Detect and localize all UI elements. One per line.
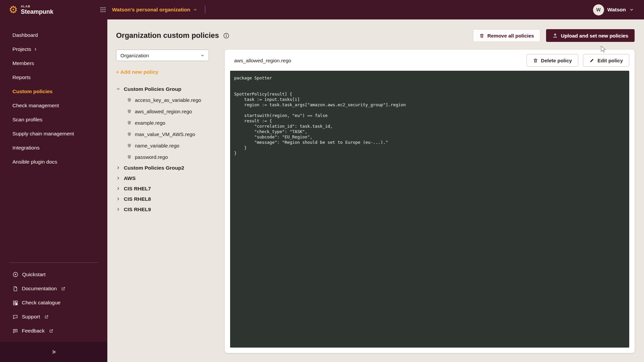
sidebar-item-supply-chain[interactable]: Supply chain management: [0, 127, 107, 141]
collapse-sidebar-icon: [51, 349, 57, 355]
app-root: ⚙ XLAB Steampunk Watson's personal organ…: [0, 0, 644, 362]
sidebar-item-label: Members: [12, 60, 34, 66]
sidebar: Dashboard Projects Members Reports Custo…: [0, 19, 107, 362]
topbar-divider: [205, 6, 205, 14]
tree-group-custom-policies-group2[interactable]: Custom Policies Group2: [116, 163, 217, 173]
policy-code-viewer[interactable]: package Spotter SpotterPolicy[result] { …: [230, 71, 629, 348]
shield-icon: [127, 155, 132, 160]
sidebar-item-integrations[interactable]: Integrations: [0, 141, 107, 155]
sidebar-item-ansible-plugin-docs[interactable]: Ansible plugin docs: [0, 155, 107, 169]
document-icon: [12, 286, 18, 292]
tree-group-label: AWS: [124, 175, 136, 181]
brand-logo[interactable]: ⚙ XLAB Steampunk: [0, 5, 99, 15]
tree-item-policy[interactable]: name_variable.rego: [116, 140, 217, 151]
tree-item-policy[interactable]: max_value_VM_AWS.rego: [116, 128, 217, 140]
tree-item-policy[interactable]: aws_allowed_region.rego: [116, 106, 217, 117]
page-title: Organization custom policies: [116, 31, 219, 40]
delete-policy-button[interactable]: Delete policy: [527, 54, 579, 67]
tree-group-custom-policies-group[interactable]: Custom Policies Group: [116, 84, 217, 94]
avatar: W: [593, 4, 604, 15]
chevron-right-icon: [116, 176, 120, 180]
sidebar-item-members[interactable]: Members: [0, 56, 107, 70]
sidebar-item-check-management[interactable]: Check management: [0, 99, 107, 113]
edit-policy-button[interactable]: Edit policy: [583, 54, 629, 67]
sidebar-item-label: Dashboard: [12, 32, 38, 38]
shield-icon: [127, 120, 132, 125]
sidebar-item-custom-policies[interactable]: Custom policies: [0, 84, 107, 99]
chevron-down-icon: [116, 87, 120, 91]
sidebar-item-projects[interactable]: Projects: [0, 42, 107, 56]
content-row: Organization + Add new policy Custom Pol…: [116, 50, 635, 353]
org-selector[interactable]: Watson's personal organization: [112, 7, 198, 13]
chevron-right-icon: [116, 166, 120, 170]
shield-icon: [127, 98, 132, 103]
chevron-right-icon: [34, 47, 38, 51]
topbar: ⚙ XLAB Steampunk Watson's personal organ…: [0, 0, 644, 19]
sidebar-item-dashboard[interactable]: Dashboard: [0, 28, 107, 42]
chevron-right-icon: [116, 207, 120, 212]
tree-group-cis-rhel7[interactable]: CIS RHEL7: [116, 183, 217, 194]
chevron-right-icon: [116, 186, 120, 191]
shield-icon: [127, 132, 132, 137]
sidebar-item-feedback[interactable]: Feedback: [0, 324, 107, 338]
add-new-policy-link[interactable]: + Add new policy: [116, 69, 158, 75]
policy-tree-panel: Organization + Add new policy Custom Pol…: [116, 50, 217, 353]
tree-item-policy[interactable]: access_key_as_variable.rego: [116, 94, 217, 106]
tree-group-label: CIS RHEL7: [124, 186, 151, 192]
sidebar-item-scan-profiles[interactable]: Scan profiles: [0, 113, 107, 127]
sidebar-item-support[interactable]: Support: [0, 310, 107, 324]
brand-xlab: XLAB: [21, 5, 53, 8]
main-header: Organization custom policies Remove all …: [116, 29, 635, 42]
sidebar-item-check-catalogue[interactable]: Check catalogue: [0, 296, 107, 310]
tree-group-label: CIS RHEL8: [124, 196, 151, 202]
info-icon[interactable]: [223, 33, 229, 39]
delete-policy-label: Delete policy: [541, 58, 572, 63]
user-menu[interactable]: W Watson: [593, 4, 644, 15]
tree-item-label: example.rego: [135, 120, 165, 126]
brand-name: Steampunk: [21, 9, 53, 15]
steampunk-gear-icon: ⚙: [9, 5, 18, 15]
chevron-down-icon: [629, 7, 634, 12]
tree-item-label: max_value_VM_AWS.rego: [135, 131, 195, 137]
avatar-initial: W: [596, 7, 600, 12]
sidebar-item-label: Scan profiles: [12, 117, 43, 123]
sidebar-item-quickstart[interactable]: Quickstart: [0, 267, 107, 282]
sidebar-item-label: Integrations: [12, 145, 40, 151]
chevron-down-icon: [200, 53, 205, 58]
tree-item-policy[interactable]: example.rego: [116, 117, 217, 128]
tree-group-label: Custom Policies Group: [124, 86, 181, 92]
chevron-right-icon: [116, 197, 120, 201]
external-link-icon: [44, 315, 49, 319]
policy-tree: Custom Policies Group access_key_as_vari…: [116, 84, 217, 215]
policy-viewer-header: aws_allowed_region.rego Delete policy: [225, 50, 635, 70]
footer-item-label: Documentation: [22, 286, 57, 292]
scope-select[interactable]: Organization: [116, 50, 209, 61]
footer-item-label: Support: [22, 314, 40, 320]
catalogue-grid-icon: [12, 300, 18, 306]
sidebar-item-reports[interactable]: Reports: [0, 70, 107, 84]
sidebar-footer: Quickstart Documentation: [0, 262, 107, 362]
sidebar-item-label: Supply chain management: [12, 131, 74, 137]
remove-all-policies-label: Remove all policies: [487, 33, 534, 39]
sidebar-collapse-button[interactable]: [0, 342, 107, 362]
tree-group-cis-rhel9[interactable]: CIS RHEL9: [116, 204, 217, 215]
remove-all-policies-button[interactable]: Remove all policies: [473, 29, 540, 42]
apps-grid-icon[interactable]: [99, 5, 107, 14]
tree-item-policy[interactable]: password.rego: [116, 151, 217, 163]
tree-item-label: name_variable.rego: [135, 143, 179, 148]
upload-policies-button[interactable]: Upload and set new policies: [546, 29, 635, 42]
trash-icon: [479, 33, 484, 38]
feedback-bubble-icon: [12, 328, 18, 334]
tree-item-label: access_key_as_variable.rego: [135, 97, 201, 103]
tree-item-label: password.rego: [135, 154, 168, 160]
upload-icon: [552, 33, 558, 38]
footer-item-label: Feedback: [22, 328, 45, 334]
pencil-icon: [589, 58, 594, 63]
tree-group-cis-rhel8[interactable]: CIS RHEL8: [116, 194, 217, 204]
sidebar-nav: Dashboard Projects Members Reports Custo…: [0, 19, 107, 169]
chevron-down-icon: [193, 7, 198, 12]
trash-icon: [533, 58, 538, 63]
tree-item-label: aws_allowed_region.rego: [135, 109, 192, 114]
tree-group-aws[interactable]: AWS: [116, 173, 217, 183]
sidebar-item-documentation[interactable]: Documentation: [0, 282, 107, 296]
